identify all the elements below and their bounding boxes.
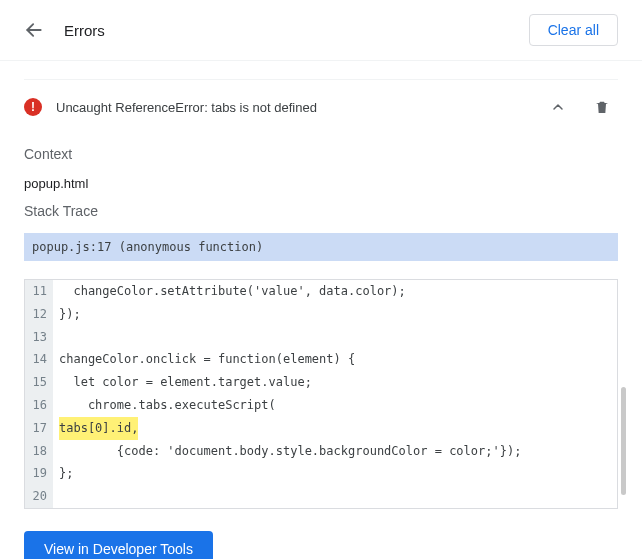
line-content: }; (53, 462, 73, 485)
context-value: popup.html (24, 176, 618, 191)
chevron-up-icon[interactable] (550, 99, 566, 115)
line-number: 13 (25, 326, 53, 349)
line-content: changeColor.setAttribute('value', data.c… (53, 280, 406, 303)
code-line: 16 chrome.tabs.executeScript( (25, 394, 617, 417)
line-number: 16 (25, 394, 53, 417)
line-content: chrome.tabs.executeScript( (53, 394, 276, 417)
line-content: }); (53, 303, 81, 326)
error-left: ! Uncaught ReferenceError: tabs is not d… (24, 98, 317, 116)
code-line: 13 (25, 326, 617, 349)
line-content: changeColor.onclick = function(element) … (53, 348, 355, 371)
code-line: 15 let color = element.target.value; (25, 371, 617, 394)
error-row[interactable]: ! Uncaught ReferenceError: tabs is not d… (24, 80, 618, 134)
context-label: Context (24, 146, 618, 162)
header-left: Errors (24, 20, 105, 40)
clear-all-button[interactable]: Clear all (529, 14, 618, 46)
content: ! Uncaught ReferenceError: tabs is not d… (0, 79, 642, 559)
page-title: Errors (64, 22, 105, 39)
header: Errors Clear all (0, 0, 642, 61)
line-content: let color = element.target.value; (53, 371, 312, 394)
line-number: 20 (25, 485, 53, 508)
scrollbar[interactable] (621, 387, 626, 495)
line-number: 19 (25, 462, 53, 485)
code-wrapper: 11 changeColor.setAttribute('value', dat… (24, 279, 618, 509)
trash-icon[interactable] (594, 99, 610, 115)
line-content: {code: 'document.body.style.backgroundCo… (53, 440, 521, 463)
back-arrow-icon[interactable] (24, 20, 44, 40)
code-line: 14changeColor.onclick = function(element… (25, 348, 617, 371)
line-content: tabs[0].id, (53, 417, 138, 440)
stack-trace-label: Stack Trace (24, 203, 618, 219)
code-block: 11 changeColor.setAttribute('value', dat… (24, 279, 618, 509)
error-actions (550, 99, 610, 115)
view-devtools-button[interactable]: View in Developer Tools (24, 531, 213, 559)
error-icon: ! (24, 98, 42, 116)
line-content (53, 485, 59, 508)
line-number: 12 (25, 303, 53, 326)
line-number: 15 (25, 371, 53, 394)
line-number: 11 (25, 280, 53, 303)
line-number: 18 (25, 440, 53, 463)
line-number: 17 (25, 417, 53, 440)
code-line: 19}; (25, 462, 617, 485)
code-line: 20 (25, 485, 617, 508)
error-message: Uncaught ReferenceError: tabs is not def… (56, 100, 317, 115)
highlighted-code: tabs[0].id, (59, 417, 138, 440)
code-line: 18 {code: 'document.body.style.backgroun… (25, 440, 617, 463)
code-line: 17 tabs[0].id, (25, 417, 617, 440)
line-number: 14 (25, 348, 53, 371)
code-line: 11 changeColor.setAttribute('value', dat… (25, 280, 617, 303)
stack-trace-location[interactable]: popup.js:17 (anonymous function) (24, 233, 618, 261)
code-line: 12}); (25, 303, 617, 326)
line-content (53, 326, 59, 349)
